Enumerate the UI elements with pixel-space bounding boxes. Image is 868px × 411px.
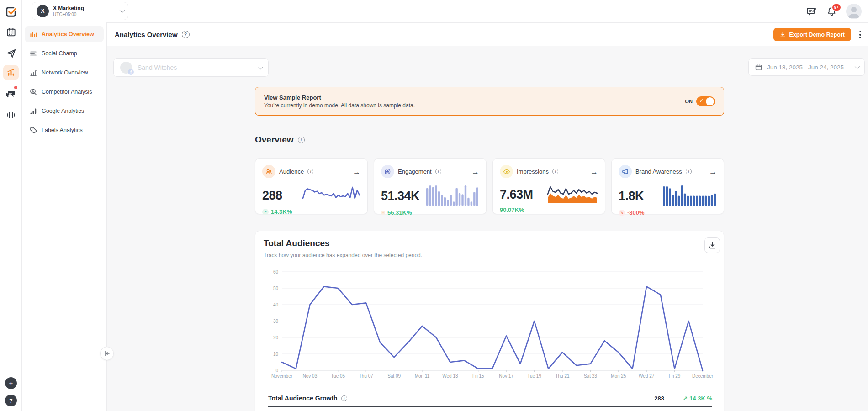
svg-text:Thu 07: Thu 07 <box>359 374 374 379</box>
arrow-right-icon[interactable]: → <box>471 168 479 176</box>
svg-text:Wed 27: Wed 27 <box>639 374 655 379</box>
sample-report-banner: View Sample Report You're currently in d… <box>255 87 724 116</box>
workspace-selector[interactable]: X X Marketing UTC+05:00 <box>32 2 128 20</box>
card-change-value: 14.3K% <box>271 208 292 215</box>
info-icon[interactable]: i <box>435 169 441 174</box>
svg-text:Mon 11: Mon 11 <box>415 374 430 379</box>
arrow-right-icon[interactable]: → <box>353 168 360 176</box>
download-icon <box>709 242 716 249</box>
listening-icon[interactable] <box>0 106 22 124</box>
svg-text:20: 20 <box>273 335 279 340</box>
growth-label: Total Audience Growth <box>268 395 338 402</box>
card-change-value: 90.07K% <box>500 206 524 213</box>
download-chart-button[interactable] <box>704 237 720 253</box>
svg-text:Mon 25: Mon 25 <box>611 374 626 379</box>
help-button[interactable]: ? <box>5 395 17 406</box>
magnifier-chart-icon <box>29 88 37 95</box>
notifications-bell-icon[interactable]: 9+ <box>826 6 837 16</box>
svg-text:Fri 29: Fri 29 <box>669 374 681 379</box>
date-range-picker[interactable]: Jun 18, 2025 - Jun 24, 2025 <box>748 58 865 76</box>
main-content: f Sand Witches Jun 18, 2025 - Jun 24, 20… <box>107 46 868 411</box>
workspace-avatar: X <box>37 5 49 17</box>
svg-text:Nov 03: Nov 03 <box>303 374 318 379</box>
card-label: Engagement <box>398 168 432 175</box>
engage-alert-dot <box>14 86 17 89</box>
workspace-timezone: UTC+05:00 <box>53 12 120 17</box>
sidebar-item-label: Analytics Overview <box>42 31 94 37</box>
card-change-value: 56.31K% <box>387 209 412 216</box>
svg-text:Fri 15: Fri 15 <box>472 374 484 379</box>
sidebar-item-network-overview[interactable]: Network Overview <box>25 65 104 80</box>
growth-table-header: Total Audience Growth i 288 ↗ 14.3K % <box>268 390 712 407</box>
lines-icon <box>29 50 37 57</box>
sidebar-item-competitor-analysis[interactable]: Competitor Analysis <box>25 84 104 100</box>
icon-rail: + ? <box>0 0 22 411</box>
sidebar-item-labels-analytics[interactable]: Labels Analytics <box>25 122 104 138</box>
sample-report-toggle[interactable]: ✓ <box>696 96 715 106</box>
chevron-down-icon <box>855 64 860 69</box>
compose-icon[interactable] <box>806 6 817 17</box>
panel-subtitle: Track how your audience has expanded ove… <box>264 252 422 258</box>
info-icon[interactable]: i <box>298 137 305 143</box>
brand-awareness-sparkline <box>662 184 717 207</box>
impressions-icon <box>500 165 513 178</box>
sidebar-collapse-handle[interactable] <box>100 347 114 360</box>
workspace-name: X Marketing <box>53 5 120 11</box>
date-range-value: Jun 18, 2025 - Jun 24, 2025 <box>767 64 850 71</box>
arrow-right-icon[interactable]: → <box>590 168 598 176</box>
sidebar-item-label: Google Analytics <box>42 108 84 114</box>
profile-select-value: Sand Witches <box>138 64 258 71</box>
google-analytics-icon <box>29 107 37 115</box>
sidebar-item-label: Social Champ <box>42 50 77 57</box>
info-icon[interactable]: i <box>552 169 558 174</box>
svg-text:Nov 17: Nov 17 <box>499 374 513 379</box>
arrow-right-icon[interactable]: → <box>709 168 717 176</box>
svg-text:0: 0 <box>275 368 278 373</box>
sidebar-item-label: Network Overview <box>42 69 88 76</box>
analytics-nav-icon[interactable] <box>3 65 19 80</box>
info-icon[interactable]: i <box>341 395 347 401</box>
add-button[interactable]: + <box>5 377 17 389</box>
brand-awareness-icon <box>619 165 632 178</box>
export-demo-report-button[interactable]: Export Demo Report <box>773 28 851 41</box>
info-icon[interactable]: i <box>307 169 313 174</box>
overview-section-title: Overview <box>255 135 294 145</box>
growth-change: 14.3K % <box>689 395 712 402</box>
sidebar-item-analytics-overview[interactable]: Analytics Overview <box>25 26 104 42</box>
sidebar-item-social-champ[interactable]: Social Champ <box>25 46 104 61</box>
calendar-icon[interactable] <box>0 23 22 41</box>
engage-icon[interactable] <box>0 85 22 103</box>
svg-text:40: 40 <box>273 302 279 307</box>
help-icon[interactable]: ? <box>182 31 190 38</box>
audience-card: Audience i → 288 ↗ 14.3K% <box>255 158 368 214</box>
chevron-down-icon <box>120 8 125 13</box>
trend-up-arrow-icon: ↗ <box>683 395 688 402</box>
audience-sparkline <box>302 184 360 206</box>
download-icon <box>780 32 786 37</box>
svg-text:50: 50 <box>273 286 279 291</box>
brand-awareness-card: Brand Awareness i → 1.8K ↘ -800% <box>611 158 724 214</box>
notification-badge: 9+ <box>831 3 842 11</box>
sidebar-item-google-analytics[interactable]: Google Analytics <box>25 103 104 119</box>
total-audiences-panel: Total Audiences Track how your audience … <box>255 231 724 411</box>
publish-icon[interactable] <box>0 44 22 62</box>
svg-text:Thu 21: Thu 21 <box>555 374 570 379</box>
svg-text:Tue 05: Tue 05 <box>331 374 345 379</box>
growth-value: 288 <box>654 395 664 402</box>
engagement-sparkline <box>425 184 479 207</box>
banner-title: View Sample Report <box>264 94 685 101</box>
card-value: 288 <box>262 189 282 203</box>
profile-select[interactable]: f Sand Witches <box>113 58 269 77</box>
bar-chart-icon <box>29 31 37 38</box>
chevron-down-icon <box>258 64 263 69</box>
svg-text:30: 30 <box>273 319 279 324</box>
toggle-state-label: ON <box>685 99 693 104</box>
audience-icon <box>262 165 275 178</box>
calendar-icon <box>755 63 762 71</box>
info-icon[interactable]: i <box>686 169 692 174</box>
user-avatar[interactable] <box>846 4 862 19</box>
card-change-value: -800% <box>627 209 645 216</box>
svg-text:Sat 09: Sat 09 <box>387 374 401 379</box>
trend-up-icon: ↗ <box>262 209 269 215</box>
more-options-kebab[interactable] <box>856 30 865 40</box>
